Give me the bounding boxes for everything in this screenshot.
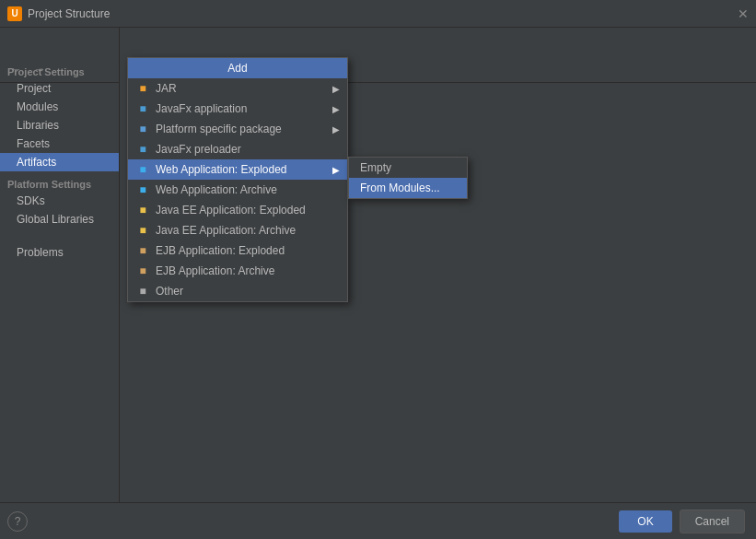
cancel-button[interactable]: Cancel	[680, 510, 745, 533]
title-bar: U Project Structure ✕	[0, 0, 756, 28]
sidebar: Project Settings Project Modules Librari…	[0, 28, 120, 502]
submenu: Empty From Modules...	[348, 157, 468, 199]
sidebar-item-modules[interactable]: Modules	[0, 98, 119, 116]
menu-item-javaee-exploded-label: Java EE Application: Exploded	[156, 204, 306, 217]
menu-item-ejb-exploded-label: EJB Application: Exploded	[156, 244, 285, 257]
submenu-empty-label: Empty	[360, 161, 391, 174]
arrow-icon: ▶	[332, 104, 340, 114]
arrow-icon: ▶	[332, 124, 340, 135]
menu-item-web-archive-label: Web Application: Archive	[156, 183, 277, 196]
platform-icon: ■	[135, 122, 150, 136]
menu-item-javafx-label: JavaFx application	[156, 102, 247, 115]
sidebar-item-global-libraries[interactable]: Global Libraries	[0, 210, 119, 228]
menu-item-javaee-archive[interactable]: ■ Java EE Application: Archive	[128, 220, 347, 240]
add-menu: Add ■ JAR ▶ ■ JavaFx application ▶ ■ Pla…	[127, 57, 348, 302]
nav-arrows: ← →	[0, 55, 120, 83]
submenu-item-from-modules[interactable]: From Modules...	[349, 178, 467, 198]
sidebar-item-facets[interactable]: Facets	[0, 135, 119, 153]
menu-item-ejb-archive[interactable]: ■ EJB Application: Archive	[128, 261, 347, 281]
menu-item-platform[interactable]: ■ Platform specific package ▶	[128, 119, 347, 139]
title-bar-text: Project Structure	[28, 7, 110, 20]
preloader-icon: ■	[135, 142, 150, 157]
sidebar-item-sdks[interactable]: SDKs	[0, 192, 119, 210]
menu-item-other-label: Other	[156, 285, 183, 298]
menu-item-ejb-exploded[interactable]: ■ EJB Application: Exploded	[128, 240, 347, 261]
app-icon-letter: U	[11, 8, 17, 18]
menu-item-javaee-exploded[interactable]: ■ Java EE Application: Exploded	[128, 200, 347, 220]
ejb-archive-icon: ■	[135, 264, 150, 278]
app-icon: U	[7, 6, 22, 21]
menu-item-other[interactable]: ■ Other	[128, 281, 347, 301]
help-button[interactable]: ?	[7, 511, 28, 532]
arrow-icon: ▶	[332, 84, 340, 94]
menu-item-jar-label: JAR	[156, 82, 177, 95]
forward-button[interactable]: →	[29, 60, 50, 78]
arrow-icon: ▶	[332, 165, 340, 175]
platform-settings-label: Platform Settings	[0, 171, 119, 192]
menu-item-javaee-archive-label: Java EE Application: Archive	[156, 224, 296, 237]
add-dropdown: Add ■ JAR ▶ ■ JavaFx application ▶ ■ Pla…	[127, 57, 348, 302]
other-icon: ■	[135, 284, 150, 299]
web-exploded-icon: ■	[135, 162, 150, 177]
submenu-item-empty[interactable]: Empty	[349, 158, 467, 178]
sidebar-item-problems[interactable]: Problems	[0, 243, 119, 262]
menu-item-jar[interactable]: ■ JAR ▶	[128, 78, 347, 99]
menu-item-web-archive[interactable]: ■ Web Application: Archive	[128, 180, 347, 200]
menu-item-web-exploded[interactable]: ■ Web Application: Exploded ▶	[128, 159, 347, 180]
javaee-archive-icon: ■	[135, 223, 150, 238]
add-menu-header: Add	[128, 58, 347, 78]
ok-button[interactable]: OK	[619, 510, 671, 533]
content-area: + − ⎘ Add ■ JAR ▶ ■ JavaFx application ▶	[120, 28, 756, 502]
menu-item-platform-label: Platform specific package	[156, 123, 282, 135]
javafx-icon: ■	[135, 101, 150, 116]
sidebar-item-libraries[interactable]: Libraries	[0, 116, 119, 135]
menu-item-javafx-preloader[interactable]: ■ JavaFx preloader	[128, 139, 347, 159]
back-button[interactable]: ←	[6, 60, 26, 78]
submenu-from-modules-label: From Modules...	[360, 182, 440, 194]
menu-item-web-exploded-label: Web Application: Exploded	[156, 163, 287, 176]
menu-item-ejb-archive-label: EJB Application: Archive	[156, 264, 274, 277]
javaee-exploded-icon: ■	[135, 203, 150, 217]
close-button[interactable]: ✕	[738, 6, 749, 21]
web-archive-icon: ■	[135, 182, 150, 197]
menu-item-javafx-app[interactable]: ■ JavaFx application ▶	[128, 99, 347, 119]
bottom-bar: ? OK Cancel	[0, 502, 756, 539]
menu-item-preloader-label: JavaFx preloader	[156, 143, 241, 156]
jar-icon: ■	[135, 81, 150, 96]
ejb-exploded-icon: ■	[135, 243, 150, 258]
sidebar-item-artifacts[interactable]: Artifacts	[0, 153, 119, 171]
